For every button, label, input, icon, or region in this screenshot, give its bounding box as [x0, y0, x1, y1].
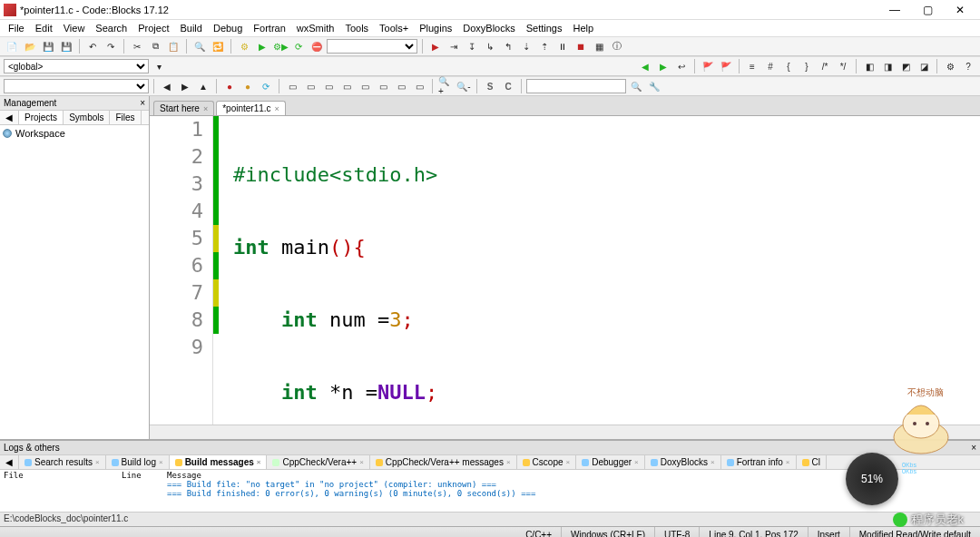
undo-icon[interactable]: ↶	[85, 39, 100, 54]
debug-run-icon[interactable]: ▶	[428, 39, 443, 54]
tab-cl[interactable]: Cl	[797, 455, 827, 469]
sel5-icon[interactable]: ▭	[358, 79, 372, 93]
nav-up-icon[interactable]: ▲	[196, 79, 211, 93]
marker2-icon[interactable]: ●	[240, 79, 255, 93]
next-instr-icon[interactable]: ⇣	[519, 39, 534, 54]
info-icon[interactable]: ⓘ	[610, 39, 624, 54]
new-file-icon[interactable]: 📄	[5, 39, 19, 54]
help-icon[interactable]: ?	[961, 59, 975, 73]
tab-files[interactable]: Files	[110, 111, 141, 124]
open-icon[interactable]: 📂	[23, 39, 37, 54]
minimize-button[interactable]: —	[884, 4, 906, 16]
tab-build-messages[interactable]: Build messages×	[170, 455, 268, 469]
search-opt-icon[interactable]: 🔧	[647, 79, 662, 93]
step-into-icon[interactable]: ↳	[483, 39, 497, 54]
nav-fwd-icon[interactable]: ▶	[178, 79, 192, 93]
management-close-icon[interactable]: ×	[140, 98, 145, 108]
menu-view[interactable]: View	[59, 22, 90, 34]
close-icon[interactable]: ×	[275, 104, 279, 113]
paste-icon[interactable]: 📋	[166, 39, 181, 54]
break-icon[interactable]: ⏸	[555, 39, 570, 54]
s-button[interactable]: S	[483, 79, 497, 93]
build-run-icon[interactable]: ⚙▶	[273, 39, 288, 54]
run-to-cursor-icon[interactable]: ⇥	[446, 39, 461, 54]
abort-icon[interactable]: ⛔	[309, 39, 324, 54]
nav-back-icon[interactable]: ◀	[160, 79, 174, 93]
code-area[interactable]: #include<stdio.h> int main(){ int num =3…	[219, 116, 980, 425]
maximize-button[interactable]: ▢	[916, 4, 938, 16]
sel2-icon[interactable]: ▭	[303, 79, 318, 93]
tab-build-log[interactable]: Build log×	[106, 455, 170, 469]
close-icon[interactable]: ×	[203, 104, 208, 113]
zoom-out-icon[interactable]: 🔍-	[456, 79, 471, 93]
save-all-icon[interactable]: 💾	[59, 39, 74, 54]
next-line-icon[interactable]: ↧	[465, 39, 479, 54]
tab-cppcheck-msg[interactable]: CppCheck/Vera++ messages×	[370, 455, 517, 469]
fwd-icon[interactable]: ▶	[656, 59, 671, 73]
workspace-item[interactable]: Workspace	[3, 128, 146, 139]
tab-cscope[interactable]: Cscope×	[517, 455, 577, 469]
step-instr-icon[interactable]: ⇡	[537, 39, 552, 54]
menu-plugins[interactable]: Plugins	[415, 22, 456, 34]
close-button[interactable]: ✕	[949, 4, 971, 16]
tab-start-here[interactable]: Start here ×	[153, 101, 214, 115]
run-icon[interactable]: ▶	[255, 39, 270, 54]
block-end-icon[interactable]: }	[799, 59, 814, 73]
marker-icon[interactable]: ●	[222, 79, 237, 93]
doxy4-icon[interactable]: ◪	[916, 59, 931, 73]
build-icon[interactable]: ⚙	[237, 39, 251, 54]
find-icon[interactable]: 🔍	[192, 39, 207, 54]
code-editor[interactable]: 123 456 789 #include<stdio.h> int main()…	[150, 116, 980, 425]
step-out-icon[interactable]: ↰	[501, 39, 515, 54]
tab-symbols[interactable]: Symbols	[64, 111, 110, 124]
sel3-icon[interactable]: ▭	[321, 79, 336, 93]
bookmark-prev-icon[interactable]: 🚩	[701, 59, 715, 73]
scope-dropdown-icon[interactable]: ▾	[152, 59, 166, 73]
replace-icon[interactable]: 🔁	[211, 39, 225, 54]
c-button[interactable]: C	[501, 79, 515, 93]
sel1-icon[interactable]: ▭	[285, 79, 299, 93]
tab-debugger[interactable]: Debugger×	[576, 455, 645, 469]
tab-fortran-info[interactable]: Fortran info×	[721, 455, 797, 469]
redo-icon[interactable]: ↷	[103, 39, 118, 54]
bookmark-next-icon[interactable]: 🚩	[719, 59, 733, 73]
logs-close-icon[interactable]: ×	[971, 443, 976, 453]
menu-debug[interactable]: Debug	[209, 22, 247, 34]
menu-project[interactable]: Project	[133, 22, 173, 34]
log-body[interactable]: File Line Message === Build file: "no ta…	[0, 470, 980, 512]
doxy-icon[interactable]: ◧	[862, 59, 877, 73]
sel8-icon[interactable]: ▭	[412, 79, 426, 93]
last-jump-icon[interactable]: ↩	[674, 59, 689, 73]
sel7-icon[interactable]: ▭	[394, 79, 408, 93]
logs-arrow-left[interactable]: ◀	[0, 455, 19, 469]
tab-projects[interactable]: Projects	[19, 111, 64, 124]
menu-edit[interactable]: Edit	[31, 22, 57, 34]
menu-toolsplus[interactable]: Tools+	[375, 22, 413, 34]
sel6-icon[interactable]: ▭	[376, 79, 390, 93]
doxy3-icon[interactable]: ◩	[898, 59, 913, 73]
diff-icon[interactable]: ≡	[745, 59, 760, 73]
copy-icon[interactable]: ⧉	[148, 39, 162, 54]
comment-icon[interactable]: /*	[818, 59, 832, 73]
cut-icon[interactable]: ✂	[130, 39, 144, 54]
build-target-select[interactable]	[327, 39, 417, 54]
scope-select[interactable]: <global>	[4, 59, 149, 73]
save-icon[interactable]: 💾	[41, 39, 55, 54]
horizontal-scrollbar[interactable]	[150, 425, 980, 439]
search-input[interactable]	[526, 79, 626, 93]
stop-debug-icon[interactable]: ⏹	[573, 39, 588, 54]
menu-help[interactable]: Help	[568, 22, 598, 34]
menu-wxsmith[interactable]: wxSmith	[292, 22, 339, 34]
tab-pointer11[interactable]: *pointer11.c ×	[216, 101, 286, 115]
symbol-select[interactable]	[4, 79, 149, 93]
menu-file[interactable]: File	[4, 22, 29, 34]
tab-doxyblocks[interactable]: DoxyBlocks×	[645, 455, 721, 469]
tab-cppcheck[interactable]: CppCheck/Vera++×	[267, 455, 369, 469]
back-icon[interactable]: ◀	[638, 59, 652, 73]
tab-arrow-left[interactable]: ◀	[0, 111, 19, 124]
menu-search[interactable]: Search	[91, 22, 132, 34]
menu-build[interactable]: Build	[175, 22, 206, 34]
debug-windows-icon[interactable]: ▦	[592, 39, 606, 54]
menu-fortran[interactable]: Fortran	[249, 22, 289, 34]
search-go-icon[interactable]: 🔍	[629, 79, 643, 93]
